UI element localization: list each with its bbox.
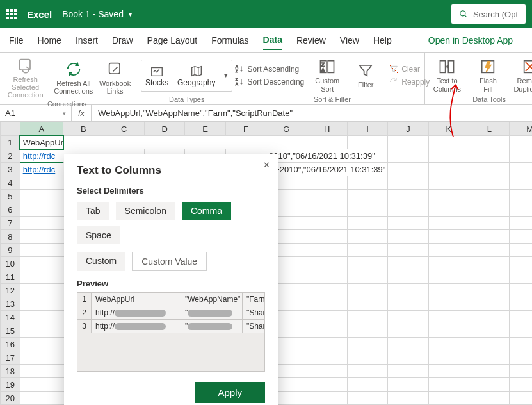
cell[interactable] xyxy=(20,351,63,365)
cell[interactable] xyxy=(20,257,63,270)
custom-value-input[interactable]: Custom Value xyxy=(132,252,207,271)
cell[interactable] xyxy=(347,392,387,405)
cell[interactable] xyxy=(347,176,387,190)
text-to-columns-button[interactable]: Text to Columns xyxy=(431,58,462,92)
clear-filter-button[interactable]: Clear xyxy=(389,64,430,74)
cell[interactable] xyxy=(307,176,347,190)
delimiter-space[interactable]: Space xyxy=(77,226,120,244)
cell[interactable] xyxy=(428,284,469,297)
row-header[interactable]: 16 xyxy=(1,338,20,351)
apply-button[interactable]: Apply xyxy=(195,382,265,403)
cell[interactable] xyxy=(510,378,532,392)
cell[interactable] xyxy=(347,378,387,392)
workbook-links-button[interactable]: Workbook Links xyxy=(100,60,131,95)
cell[interactable] xyxy=(307,392,347,405)
cell[interactable] xyxy=(347,230,387,244)
cell[interactable] xyxy=(510,324,532,338)
delimiter-tab[interactable]: Tab xyxy=(77,202,109,220)
cell[interactable] xyxy=(307,230,347,244)
cell[interactable] xyxy=(428,338,469,351)
col-header[interactable]: C xyxy=(104,122,144,136)
row-header[interactable]: 3 xyxy=(1,163,20,176)
cell[interactable] xyxy=(469,217,510,230)
document-title[interactable]: Book 1 - Saved ▾ xyxy=(62,9,132,19)
cell[interactable] xyxy=(347,311,387,324)
row-header[interactable]: 17 xyxy=(1,351,20,365)
cell[interactable] xyxy=(307,324,347,338)
cell[interactable] xyxy=(510,190,532,203)
cell[interactable] xyxy=(428,176,469,190)
cell[interactable] xyxy=(428,311,469,324)
tab-insert[interactable]: Insert xyxy=(76,31,98,49)
cell[interactable] xyxy=(347,270,387,284)
row-header[interactable]: 6 xyxy=(1,203,20,217)
cell[interactable] xyxy=(428,392,469,405)
delimiter-semicolon[interactable]: Semicolon xyxy=(116,202,175,220)
cell[interactable] xyxy=(510,203,532,217)
geography-datatype[interactable]: Geography xyxy=(177,64,215,87)
cell[interactable] xyxy=(388,270,428,284)
filter-button[interactable]: Filter xyxy=(350,62,381,88)
cell[interactable]: http://rdc xyxy=(20,149,63,163)
tab-help[interactable]: Help xyxy=(373,31,392,49)
cell[interactable] xyxy=(510,217,532,230)
col-header[interactable]: F xyxy=(225,122,266,136)
select-all-corner[interactable] xyxy=(1,122,20,136)
tab-data[interactable]: Data xyxy=(263,31,282,50)
cell[interactable] xyxy=(388,230,428,244)
cell[interactable] xyxy=(428,257,469,270)
cell[interactable] xyxy=(20,244,63,257)
cell[interactable] xyxy=(388,203,428,217)
col-header[interactable]: G xyxy=(266,122,307,136)
cell[interactable] xyxy=(63,136,266,149)
row-header[interactable]: 9 xyxy=(1,244,20,257)
cell[interactable] xyxy=(20,338,63,351)
col-header[interactable]: M xyxy=(510,122,532,136)
cell[interactable] xyxy=(347,365,387,378)
cell[interactable] xyxy=(20,217,63,230)
stocks-datatype[interactable]: Stocks xyxy=(145,64,168,87)
cell[interactable] xyxy=(20,270,63,284)
cell[interactable] xyxy=(428,217,469,230)
row-header[interactable]: 4 xyxy=(1,176,20,190)
cell[interactable] xyxy=(428,203,469,217)
cell[interactable] xyxy=(347,203,387,217)
cell[interactable] xyxy=(388,190,428,203)
row-header[interactable]: 2 xyxy=(1,149,20,163)
tab-view[interactable]: View xyxy=(340,31,359,49)
col-header[interactable]: D xyxy=(144,122,184,136)
cell[interactable] xyxy=(510,365,532,378)
cell[interactable] xyxy=(388,257,428,270)
cell[interactable] xyxy=(469,378,510,392)
cell[interactable] xyxy=(20,284,63,297)
cell[interactable] xyxy=(388,392,428,405)
sort-ascending-button[interactable]: AZ Sort Ascending xyxy=(235,64,305,74)
cell[interactable] xyxy=(469,270,510,284)
col-header[interactable]: I xyxy=(347,122,387,136)
cell[interactable] xyxy=(510,230,532,244)
tab-home[interactable]: Home xyxy=(38,31,61,49)
row-header[interactable]: 14 xyxy=(1,311,20,324)
open-in-desktop-app[interactable]: Open in Desktop App xyxy=(428,35,513,45)
cell[interactable]: PF2010","06/16/2021 10:31:39" xyxy=(266,163,388,176)
row-header[interactable]: 15 xyxy=(1,324,20,338)
col-header[interactable]: J xyxy=(388,122,428,136)
cell[interactable] xyxy=(388,338,428,351)
cell[interactable] xyxy=(469,311,510,324)
search-input[interactable]: Search (Opt xyxy=(451,4,526,24)
cell[interactable] xyxy=(510,338,532,351)
cell[interactable] xyxy=(510,311,532,324)
tab-formulas[interactable]: Formulas xyxy=(211,31,248,49)
cell[interactable] xyxy=(469,338,510,351)
cell[interactable] xyxy=(20,324,63,338)
cell[interactable] xyxy=(347,297,387,311)
cell[interactable] xyxy=(307,244,347,257)
cell[interactable] xyxy=(20,365,63,378)
cell[interactable] xyxy=(428,244,469,257)
cell[interactable] xyxy=(469,392,510,405)
reapply-filter-button[interactable]: Reapply xyxy=(389,77,430,87)
row-header[interactable]: 18 xyxy=(1,365,20,378)
cell[interactable] xyxy=(428,324,469,338)
col-header[interactable]: E xyxy=(185,122,225,136)
col-header[interactable]: H xyxy=(307,122,347,136)
